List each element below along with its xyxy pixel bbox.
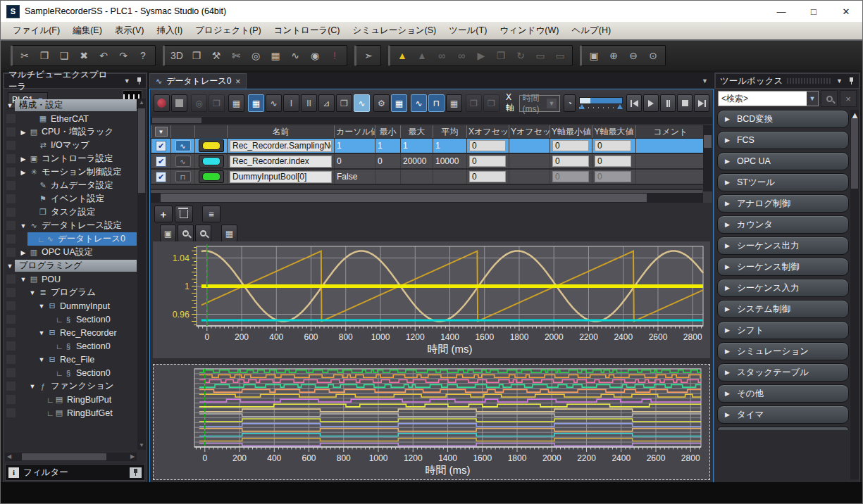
scrollbar-thumb[interactable] — [138, 108, 145, 193]
zoom-100-icon[interactable]: ⊙ — [644, 47, 662, 64]
split-vertical-button[interactable]: ❐ — [483, 94, 499, 112]
tab-close-icon[interactable]: × — [235, 77, 240, 87]
chevron-down-icon[interactable]: ▼ — [807, 92, 818, 106]
x-offset-cell[interactable]: 0 — [467, 153, 509, 169]
tree-item-dummyinput[interactable]: ▼⊟DummyInput — [5, 299, 137, 313]
expander-icon[interactable]: ▼ — [5, 102, 15, 109]
tree-item-[interactable]: ▼ƒファンクション — [5, 379, 137, 393]
comment-cell[interactable] — [636, 153, 705, 169]
color-cell[interactable] — [195, 169, 228, 184]
tree-item-[interactable]: ▶▣コントローラ設定 — [5, 152, 137, 165]
y-axis-max-cell[interactable]: 0 — [592, 169, 636, 184]
menu-item-5[interactable]: プロジェクト(P) — [189, 23, 267, 39]
column-header-blank-1[interactable] — [171, 125, 195, 139]
grid-settings-button[interactable]: ▦ — [391, 94, 407, 112]
y-axis-min-cell[interactable]: 0 — [550, 139, 592, 154]
menu-item-3[interactable]: 表示(V) — [108, 23, 151, 39]
menu-item-1[interactable]: ファイル(F) — [6, 23, 66, 39]
wave-type-cell[interactable]: ⊓ — [171, 169, 195, 184]
tree-item-[interactable]: ❒タスク設定 — [5, 206, 137, 219]
cut-icon[interactable]: ✂ — [15, 47, 34, 64]
tree-item-[interactable]: ⚑イベント設定 — [5, 192, 137, 206]
digital-trace-chart[interactable]: 0200400600800100012001400160018002000220… — [153, 364, 710, 480]
wave-type-cell[interactable]: ∿ — [171, 139, 195, 154]
name-cell[interactable]: Rec_Recorder.SamplingNo — [228, 139, 335, 154]
column-header-4[interactable]: カーソル値 — [335, 125, 375, 139]
online-edit-icon[interactable]: ➣ — [359, 47, 378, 64]
continuous-trace-button[interactable]: ◎ — [191, 94, 207, 112]
slider-end-marker[interactable] — [617, 104, 623, 109]
tree-item-ringbufput[interactable]: ∟▤RingBufPut — [5, 393, 137, 406]
toolbox-item-2[interactable]: ▶FCS — [717, 131, 849, 149]
delete-icon[interactable]: ✖ — [75, 47, 93, 64]
toolbox-search-input[interactable]: <検索> ▼ — [718, 91, 819, 106]
variable-name-field[interactable]: Rec_Recorder.SamplingNo — [230, 140, 332, 152]
tab-list-dropdown-icon[interactable]: ▼ — [696, 77, 714, 84]
explorer-menu-icon[interactable]: ▼ — [124, 77, 130, 84]
name-cell[interactable]: DummyInputBool[0] — [228, 169, 335, 184]
rebuild-icon[interactable]: ▦ — [266, 47, 285, 64]
monitor-1-icon[interactable]: ▭ — [531, 47, 550, 64]
delete-variable-button[interactable] — [175, 206, 193, 222]
y-axis-max-cell[interactable]: 0 — [592, 139, 636, 154]
search-button[interactable] — [821, 90, 838, 107]
play-button[interactable] — [643, 94, 659, 112]
delta-cursor-button[interactable]: ⊿ — [318, 94, 335, 112]
explorer-vertical-scrollbar[interactable]: ▲ ▼ — [137, 99, 146, 450]
explorer-horizontal-scrollbar[interactable]: ◀ ▶ — [5, 453, 137, 461]
color-cell[interactable] — [195, 139, 228, 154]
go-to-end-button[interactable] — [694, 94, 709, 112]
two-cursor-button[interactable]: II — [301, 94, 317, 112]
scroll-up-icon[interactable]: ▲ — [137, 99, 146, 107]
table-horizontal-scrollbar[interactable] — [151, 193, 703, 203]
pause-button[interactable] — [660, 94, 676, 112]
toolbox-item-7[interactable]: ▶シーケンス出力 — [717, 237, 849, 255]
close-button[interactable]: ✕ — [830, 1, 862, 22]
3d-view-icon[interactable]: 3D — [168, 47, 186, 64]
column-header-8[interactable]: Xオフセット — [467, 125, 509, 139]
export-table-button[interactable]: ▦ — [228, 94, 244, 112]
undo-icon[interactable]: ↶ — [94, 47, 113, 64]
toolbox-item-8[interactable]: ▶シーケンス制御 — [717, 258, 849, 276]
tree-item-section0[interactable]: ∟§Section0 — [5, 313, 137, 326]
check-program-icon[interactable]: ◎ — [247, 47, 265, 64]
sync-icon[interactable]: ↻ — [511, 47, 530, 64]
column-header-3[interactable]: 名前 — [228, 125, 335, 139]
toolbox-item-3[interactable]: ▶OPC UA — [717, 152, 849, 170]
row-checkbox[interactable]: ✔ — [151, 153, 171, 169]
expander-icon[interactable]: ▼ — [18, 276, 28, 283]
tree-item-[interactable]: ▼∿データトレース設定 — [5, 219, 137, 232]
scrollbar-thumb[interactable] — [851, 118, 858, 189]
column-header-5[interactable]: 最小 — [375, 125, 401, 139]
add-variable-button[interactable]: + — [154, 206, 173, 222]
warning-off-icon[interactable]: ▲ — [413, 47, 431, 64]
x-offset-cell[interactable]: 0 — [467, 139, 509, 154]
zoom-in-icon[interactable]: ⊕ — [604, 47, 623, 64]
slider-start-marker[interactable] — [579, 104, 585, 109]
redo-icon[interactable]: ↷ — [114, 47, 132, 64]
scrollbar-thumb[interactable] — [161, 194, 647, 202]
chart-zoom-in-button[interactable]: + — [178, 225, 194, 242]
tree-section-0[interactable]: ▼構成・設定 — [5, 99, 137, 112]
y-axis-max-field[interactable]: 0 — [595, 156, 631, 167]
toolbox-vertical-scrollbar[interactable]: ▲ — [850, 110, 859, 479]
color-swatch-button[interactable] — [199, 155, 224, 168]
menu-item-7[interactable]: シミュレーション(S) — [347, 23, 443, 39]
expander-icon[interactable]: ▼ — [37, 329, 46, 336]
toolbox-item-6[interactable]: ▶カウンタ — [717, 215, 849, 234]
analog-view-button[interactable]: ∿ — [411, 94, 427, 112]
y-axis-min-field[interactable]: 0 — [552, 156, 589, 167]
paste-icon[interactable]: ❏ — [55, 47, 73, 64]
filter-dropdown-icon[interactable]: ▼ — [155, 127, 168, 137]
tree-item-ringbufget[interactable]: ∟▤RingBufGet — [5, 406, 137, 420]
filter-pin-button[interactable] — [130, 467, 142, 478]
run-icon[interactable]: ▶ — [472, 47, 490, 64]
expander-icon[interactable]: ▶ — [18, 156, 28, 163]
tree-item-recrecorder[interactable]: ▼⊟Rec_Recorder — [5, 326, 137, 339]
menu-item-8[interactable]: ツール(T) — [442, 23, 493, 39]
variable-name-field[interactable]: Rec_Recorder.index — [230, 156, 332, 168]
copy-icon[interactable]: ❐ — [35, 47, 54, 64]
toolbox-item-10[interactable]: ▶システム制御 — [717, 300, 849, 318]
maximize-button[interactable]: □ — [797, 1, 830, 22]
scroll-down-icon[interactable]: ▼ — [137, 441, 146, 450]
